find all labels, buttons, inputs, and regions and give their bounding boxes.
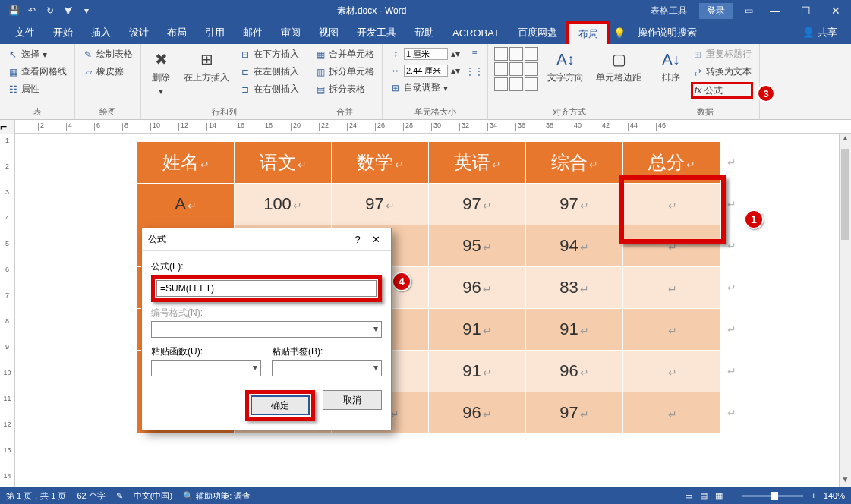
ok-button[interactable]: 确定 bbox=[251, 395, 310, 415]
word-count[interactable]: 62 个字 bbox=[77, 490, 105, 502]
sort-icon: A↓ bbox=[660, 49, 682, 70]
zoom-in-icon[interactable]: + bbox=[811, 491, 815, 500]
zoom-out-icon[interactable]: − bbox=[730, 491, 735, 500]
maximize-button[interactable]: ☐ bbox=[790, 5, 821, 17]
spellcheck-icon[interactable]: ✎ bbox=[116, 491, 123, 501]
tellme-icon[interactable]: 💡 bbox=[613, 27, 626, 39]
select-button[interactable]: ↖选择 ▾ bbox=[6, 47, 68, 61]
cell-margins-button[interactable]: ▢单元格边距 bbox=[593, 47, 645, 86]
eraser-button[interactable]: ▱橡皮擦 bbox=[81, 65, 134, 79]
status-bar: 第 1 页，共 1 页 62 个字 ✎ 中文(中国) 🔍 辅助功能: 调查 ▭ … bbox=[0, 487, 851, 504]
qat-more-icon[interactable]: ▾ bbox=[79, 5, 94, 16]
tab-table-layout[interactable]: 布局 bbox=[566, 21, 610, 44]
group-data-label: 数据 bbox=[657, 105, 753, 118]
cancel-button[interactable]: 取消 bbox=[323, 390, 382, 410]
save-icon[interactable]: 💾 bbox=[6, 5, 21, 16]
pencil-icon: ✎ bbox=[83, 49, 93, 60]
paste-function-select[interactable] bbox=[151, 360, 261, 376]
vertical-scrollbar[interactable]: ▲ ▼ bbox=[839, 134, 851, 487]
scroll-down-icon[interactable]: ▼ bbox=[840, 475, 851, 487]
page-indicator[interactable]: 第 1 页，共 1 页 bbox=[6, 490, 66, 502]
tab-developer[interactable]: 开发工具 bbox=[348, 21, 405, 44]
insert-left-button[interactable]: ⊏在左侧插入 bbox=[238, 65, 301, 79]
zoom-slider[interactable] bbox=[742, 495, 803, 497]
touch-icon[interactable]: ⮟ bbox=[61, 5, 76, 16]
read-mode-icon[interactable]: ▭ bbox=[685, 491, 692, 501]
convert-text-button[interactable]: ⇄转换为文本 bbox=[691, 65, 753, 79]
dialog-title: 公式 bbox=[148, 233, 348, 246]
tab-view[interactable]: 视图 bbox=[310, 21, 348, 44]
tab-references[interactable]: 引用 bbox=[196, 21, 234, 44]
close-button[interactable]: ✕ bbox=[821, 5, 851, 17]
language-indicator[interactable]: 中文(中国) bbox=[134, 490, 172, 502]
split-table-button[interactable]: ▤拆分表格 bbox=[314, 82, 376, 96]
draw-table-button[interactable]: ✎绘制表格 bbox=[81, 47, 134, 61]
formula-input[interactable] bbox=[156, 280, 377, 297]
tab-acrobat[interactable]: ACROBAT bbox=[443, 21, 509, 44]
tab-design[interactable]: 设计 bbox=[120, 21, 158, 44]
tellme-input[interactable]: 操作说明搜索 bbox=[629, 21, 706, 44]
distribute-rows-button[interactable]: ≡ bbox=[468, 47, 481, 59]
cursor-icon: ↖ bbox=[8, 49, 18, 60]
grid-icon: ▦ bbox=[8, 67, 18, 77]
ribbon-options-icon[interactable]: ▭ bbox=[737, 5, 760, 16]
distribute-cols-button[interactable]: ⋮⋮ bbox=[468, 65, 481, 77]
split-table-icon: ▤ bbox=[315, 84, 326, 95]
tab-review[interactable]: 审阅 bbox=[272, 21, 310, 44]
split-cells-button[interactable]: ▥拆分单元格 bbox=[314, 65, 376, 79]
zoom-level[interactable]: 140% bbox=[824, 491, 845, 500]
vertical-ruler[interactable]: 1234567891011121314 bbox=[0, 134, 15, 489]
accessibility-indicator[interactable]: 🔍 辅助功能: 调查 bbox=[183, 490, 251, 502]
repeat-header-button[interactable]: ⊞重复标题行 bbox=[691, 47, 753, 61]
minimize-button[interactable]: — bbox=[760, 5, 790, 17]
autofit-button[interactable]: ⊞自动调整 ▾ bbox=[389, 80, 462, 95]
sort-button[interactable]: A↓排序 bbox=[657, 47, 685, 86]
tab-file[interactable]: 文件 bbox=[6, 21, 44, 44]
tab-layout[interactable]: 布局 bbox=[158, 21, 196, 44]
web-layout-icon[interactable]: ▦ bbox=[715, 491, 723, 501]
delete-button[interactable]: ✖删除▾ bbox=[147, 47, 175, 98]
col-right-icon: ⊐ bbox=[240, 84, 251, 95]
tab-help[interactable]: 帮助 bbox=[405, 21, 443, 44]
scroll-thumb[interactable] bbox=[841, 149, 849, 240]
merge-cells-button[interactable]: ▦合并单元格 bbox=[314, 47, 376, 61]
properties-button[interactable]: ☷属性 bbox=[6, 82, 68, 96]
insert-below-button[interactable]: ⊟在下方插入 bbox=[238, 47, 301, 61]
properties-icon: ☷ bbox=[8, 84, 18, 95]
alignment-grid[interactable] bbox=[494, 47, 538, 91]
formula-button[interactable]: fx 公式 3 bbox=[691, 82, 753, 99]
col-left-icon: ⊏ bbox=[240, 67, 251, 77]
dialog-help-button[interactable]: ? bbox=[348, 234, 367, 245]
insert-right-button[interactable]: ⊐在右侧插入 bbox=[238, 82, 301, 96]
window-title: 素材.docx - Word bbox=[100, 5, 643, 17]
highlight-total-cell bbox=[619, 175, 726, 244]
dialog-close-button[interactable]: ✕ bbox=[367, 234, 385, 245]
text-direction-icon: A↕ bbox=[555, 49, 576, 70]
paste-bookmark-select[interactable] bbox=[272, 360, 382, 376]
paste-function-label: 粘贴函数(U): bbox=[151, 345, 261, 358]
group-merge-label: 合并 bbox=[314, 105, 376, 118]
number-format-select[interactable] bbox=[151, 321, 382, 338]
redo-icon[interactable]: ↻ bbox=[43, 5, 58, 16]
tab-baidu[interactable]: 百度网盘 bbox=[509, 21, 566, 44]
row-height-input[interactable] bbox=[404, 48, 448, 60]
insert-above-icon: ⊞ bbox=[196, 49, 217, 70]
text-direction-button[interactable]: A↕文字方向 bbox=[544, 47, 587, 86]
horizontal-ruler[interactable]: 2468101214161820222426283032343638404244… bbox=[15, 120, 851, 134]
insert-above-button[interactable]: ⊞在上方插入 bbox=[181, 47, 232, 86]
dist-cols-icon: ⋮⋮ bbox=[469, 66, 480, 77]
tab-mailings[interactable]: 邮件 bbox=[234, 21, 272, 44]
undo-icon[interactable]: ↶ bbox=[24, 5, 39, 16]
scroll-up-icon[interactable]: ▲ bbox=[840, 134, 851, 146]
group-rows-cols-label: 行和列 bbox=[147, 105, 301, 118]
delete-icon: ✖ bbox=[150, 49, 172, 70]
tab-insert[interactable]: 插入 bbox=[82, 21, 120, 44]
login-button[interactable]: 登录 bbox=[699, 3, 733, 19]
eraser-icon: ▱ bbox=[83, 67, 93, 77]
view-gridlines-button[interactable]: ▦查看网格线 bbox=[6, 65, 68, 79]
col-width-input[interactable] bbox=[404, 65, 448, 77]
print-layout-icon[interactable]: ▤ bbox=[700, 491, 708, 501]
table-tools-label: 表格工具 bbox=[643, 5, 695, 17]
tab-home[interactable]: 开始 bbox=[44, 21, 82, 44]
share-button[interactable]: 👤 共享 bbox=[802, 26, 845, 39]
